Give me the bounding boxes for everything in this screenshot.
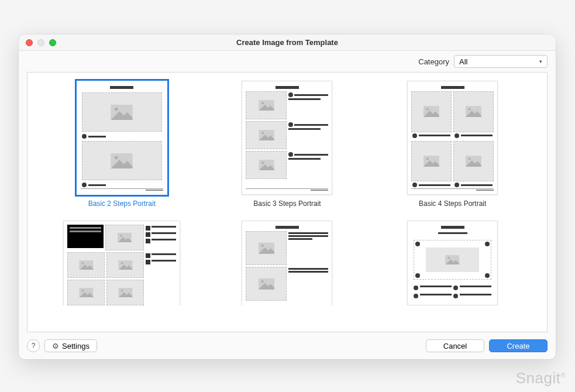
template-thumbnail bbox=[407, 81, 498, 195]
image-placeholder-icon bbox=[118, 260, 133, 270]
image-placeholder-icon bbox=[259, 100, 274, 111]
settings-label: Settings bbox=[62, 342, 89, 350]
image-placeholder-icon bbox=[106, 105, 137, 120]
svg-point-13 bbox=[261, 161, 264, 164]
svg-point-43 bbox=[261, 245, 264, 247]
svg-point-4 bbox=[115, 156, 118, 159]
template-label: Basic 3 Steps Portrait bbox=[253, 200, 321, 208]
svg-point-7 bbox=[261, 102, 264, 104]
help-button[interactable]: ? bbox=[27, 339, 40, 352]
svg-point-19 bbox=[469, 108, 471, 111]
svg-point-10 bbox=[261, 132, 264, 134]
toolbar: Category All ▾ bbox=[19, 51, 556, 72]
cancel-button[interactable]: Cancel bbox=[426, 339, 484, 352]
template-item-basic-4-steps-portrait[interactable]: Basic 4 Steps Portrait bbox=[387, 81, 518, 208]
image-placeholder-icon bbox=[423, 153, 439, 169]
image-placeholder-icon bbox=[466, 153, 481, 169]
watermark: Snagit® bbox=[516, 369, 566, 387]
titlebar: Create Image from Template bbox=[19, 35, 556, 51]
image-placeholder-icon bbox=[259, 277, 274, 290]
svg-point-46 bbox=[261, 280, 264, 283]
window-title: Create Image from Template bbox=[19, 38, 556, 47]
template-item-6[interactable] bbox=[387, 221, 518, 305]
template-label: Basic 2 Steps Portrait bbox=[88, 200, 156, 208]
window-controls bbox=[19, 39, 56, 46]
template-thumbnail bbox=[407, 221, 498, 305]
image-placeholder-icon bbox=[118, 288, 133, 298]
gear-icon: ⚙ bbox=[52, 342, 59, 350]
template-item-5[interactable] bbox=[222, 221, 353, 305]
image-placeholder-icon bbox=[106, 153, 137, 169]
help-icon: ? bbox=[32, 342, 36, 350]
category-value: All bbox=[459, 57, 467, 66]
image-placeholder-icon bbox=[442, 255, 463, 265]
minimize-window-button bbox=[37, 39, 44, 46]
image-placeholder-icon bbox=[259, 130, 274, 140]
template-item-4[interactable] bbox=[57, 221, 187, 305]
template-thumbnail bbox=[63, 221, 180, 305]
image-placeholder-icon bbox=[259, 242, 274, 255]
template-thumbnail bbox=[77, 81, 167, 195]
image-placeholder-icon bbox=[466, 104, 481, 119]
svg-point-16 bbox=[426, 108, 429, 111]
image-placeholder-icon bbox=[79, 288, 94, 298]
footer: ? ⚙ Settings Cancel Create bbox=[19, 332, 556, 359]
zoom-window-button[interactable] bbox=[49, 39, 56, 46]
svg-point-37 bbox=[82, 290, 84, 292]
category-select[interactable]: All ▾ bbox=[454, 55, 548, 68]
svg-point-28 bbox=[120, 235, 122, 237]
settings-button[interactable]: ⚙ Settings bbox=[44, 339, 97, 352]
template-thumbnail bbox=[242, 81, 332, 195]
svg-point-22 bbox=[426, 157, 429, 160]
template-gallery: Basic 2 Steps Portrait bbox=[27, 72, 548, 332]
template-item-basic-2-steps-portrait[interactable]: Basic 2 Steps Portrait bbox=[57, 81, 187, 208]
dialog-window: Create Image from Template Category All … bbox=[19, 35, 556, 359]
svg-point-1 bbox=[115, 107, 118, 111]
create-button[interactable]: Create bbox=[489, 339, 548, 352]
svg-point-25 bbox=[469, 157, 471, 160]
chevron-down-icon: ▾ bbox=[539, 59, 542, 64]
image-placeholder-icon bbox=[79, 260, 94, 270]
svg-point-40 bbox=[120, 290, 123, 292]
category-label: Category bbox=[418, 57, 449, 66]
image-placeholder-icon bbox=[259, 160, 274, 170]
image-placeholder-icon bbox=[117, 233, 132, 243]
svg-point-31 bbox=[82, 262, 84, 264]
close-window-button[interactable] bbox=[26, 39, 33, 46]
template-thumbnail bbox=[242, 221, 332, 305]
template-item-basic-3-steps-portrait[interactable]: Basic 3 Steps Portrait bbox=[222, 81, 353, 208]
svg-point-34 bbox=[120, 262, 123, 264]
svg-point-49 bbox=[448, 257, 450, 259]
image-placeholder-icon bbox=[423, 104, 439, 119]
template-label: Basic 4 Steps Portrait bbox=[419, 200, 486, 208]
